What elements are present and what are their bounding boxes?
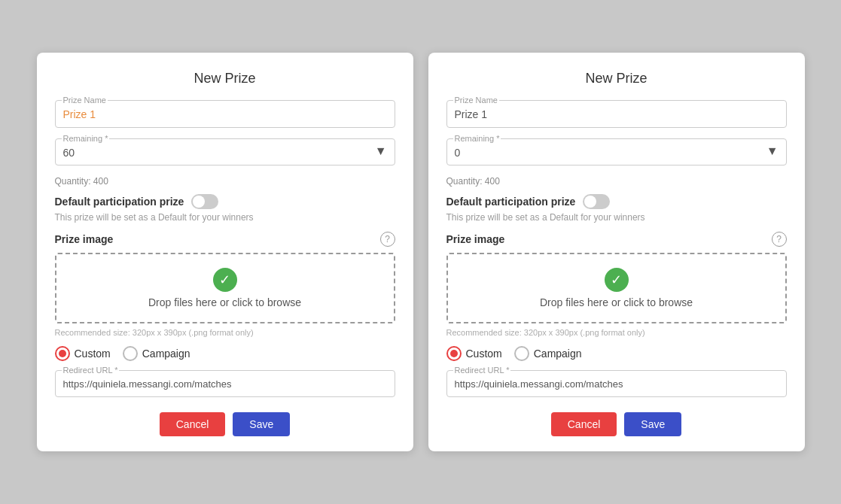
dialog-2-title: New Prize <box>446 71 787 87</box>
remaining-value-1: 60 <box>63 144 75 159</box>
save-button-2[interactable]: Save <box>624 412 681 436</box>
redirect-url-field-1: Redirect URL * <box>55 370 395 397</box>
prize-image-header-1: Prize image ? <box>55 232 395 247</box>
prize-image-label-1: Prize image <box>55 233 114 245</box>
prize-name-label-1: Prize Name <box>62 96 108 105</box>
remaining-label-2: Remaining * <box>453 134 501 143</box>
default-prize-toggle-1[interactable] <box>191 194 218 209</box>
toggle-hint-2: This prize will be set as a Default for … <box>446 212 787 223</box>
help-icon-2[interactable]: ? <box>772 232 787 247</box>
button-row-1: Cancel Save <box>55 412 395 436</box>
redirect-url-field-2: Redirect URL * <box>446 370 787 397</box>
button-row-2: Cancel Save <box>446 412 787 436</box>
default-prize-toggle-2[interactable] <box>583 194 610 209</box>
radio-campaign-2[interactable]: Campaign <box>514 346 582 361</box>
radio-custom-2[interactable]: Custom <box>446 346 502 361</box>
dialog-1-title: New Prize <box>55 71 395 87</box>
default-prize-label-2: Default participation prize <box>446 196 576 208</box>
redirect-url-input-2[interactable] <box>455 375 779 390</box>
toggle-row-1: Default participation prize <box>55 194 395 209</box>
drop-text-1: Drop files here or click to browse <box>148 296 301 308</box>
redirect-url-label-2: Redirect URL * <box>453 366 511 375</box>
radio-row-2: Custom Campaign <box>446 346 787 361</box>
radio-custom-label-1: Custom <box>75 348 111 360</box>
radio-custom-outer-1 <box>55 346 70 361</box>
prize-name-field-1: Prize Name <box>55 100 395 128</box>
dropdown-arrow-icon-1: ▼ <box>375 144 387 158</box>
redirect-url-label-1: Redirect URL * <box>62 366 120 375</box>
checkmark-icon-1: ✓ <box>213 268 237 292</box>
remaining-label-1: Remaining * <box>62 134 110 143</box>
help-icon-1[interactable]: ? <box>380 232 395 247</box>
drop-text-2: Drop files here or click to browse <box>540 296 693 308</box>
quantity-text-1: Quantity: 400 <box>55 176 395 187</box>
radio-custom-label-2: Custom <box>466 348 502 360</box>
remaining-field-2: Remaining * 0 ▼ <box>446 138 787 165</box>
radio-custom-1[interactable]: Custom <box>55 346 111 361</box>
cancel-button-1[interactable]: Cancel <box>160 412 226 436</box>
radio-custom-outer-2 <box>446 346 462 361</box>
remaining-field-1: Remaining * 60 ▼ <box>55 138 395 165</box>
radio-campaign-1[interactable]: Campaign <box>123 346 190 361</box>
radio-campaign-outer-1 <box>123 346 138 361</box>
prize-name-input-1[interactable] <box>63 105 387 120</box>
quantity-text-2: Quantity: 400 <box>446 176 787 187</box>
radio-custom-inner-2 <box>450 350 458 357</box>
cancel-button-2[interactable]: Cancel <box>551 412 617 436</box>
prize-name-input-2[interactable] <box>455 105 779 120</box>
dropdown-arrow-icon-2: ▼ <box>766 144 779 158</box>
drop-zone-1[interactable]: ✓ Drop files here or click to browse <box>55 253 395 323</box>
prize-image-label-2: Prize image <box>446 233 505 245</box>
dialog-2: New Prize Prize Name Remaining * 0 ▼ Qua… <box>428 53 805 451</box>
radio-campaign-label-1: Campaign <box>142 348 190 360</box>
rec-text-2: Recommended size: 320px x 390px (.png fo… <box>446 328 787 337</box>
dialog-1: New Prize Prize Name Remaining * 60 ▼ Qu… <box>37 53 413 451</box>
toggle-row-2: Default participation prize <box>446 194 787 209</box>
toggle-hint-1: This prize will be set as a Default for … <box>55 212 395 223</box>
default-prize-label-1: Default participation prize <box>55 196 184 208</box>
remaining-select-1[interactable]: 60 ▼ <box>63 144 387 159</box>
save-button-1[interactable]: Save <box>233 412 290 436</box>
radio-custom-inner-1 <box>59 350 66 357</box>
checkmark-icon-2: ✓ <box>605 268 629 292</box>
redirect-url-input-1[interactable] <box>63 375 387 390</box>
radio-campaign-outer-2 <box>514 346 529 361</box>
prize-image-header-2: Prize image ? <box>446 232 787 247</box>
drop-zone-2[interactable]: ✓ Drop files here or click to browse <box>446 253 787 323</box>
rec-text-1: Recommended size: 320px x 390px (.png fo… <box>55 328 395 337</box>
remaining-value-2: 0 <box>455 144 461 159</box>
radio-row-1: Custom Campaign <box>55 346 395 361</box>
prize-name-field-2: Prize Name <box>446 100 787 128</box>
prize-name-label-2: Prize Name <box>453 96 499 105</box>
remaining-select-2[interactable]: 0 ▼ <box>455 144 779 159</box>
radio-campaign-label-2: Campaign <box>534 348 582 360</box>
